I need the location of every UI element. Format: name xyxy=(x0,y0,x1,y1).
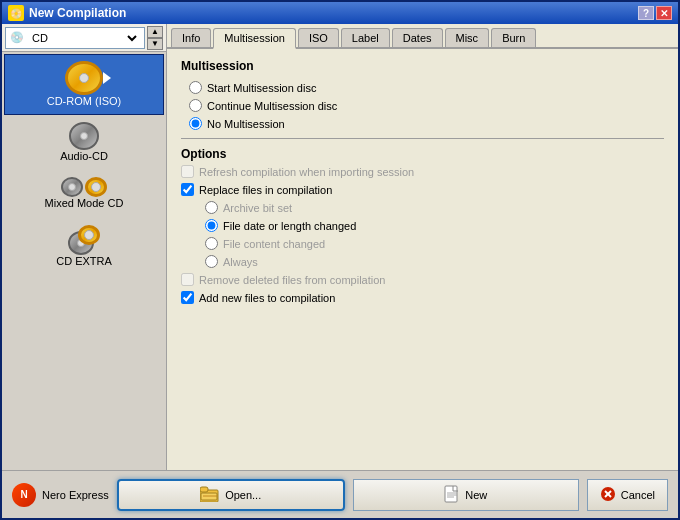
multisession-radio-group: Start Multisession disc Continue Multise… xyxy=(189,81,664,130)
opt-remove-label: Remove deleted files from compilation xyxy=(199,274,385,286)
new-button[interactable]: New xyxy=(353,479,579,511)
radio-start-input[interactable] xyxy=(189,81,202,94)
audio-cd-icon xyxy=(69,122,99,150)
radio-no-input[interactable] xyxy=(189,117,202,130)
opt-filedate[interactable]: File date or length changed xyxy=(205,219,664,232)
tab-dates-label: Dates xyxy=(403,32,432,44)
radio-no-label: No Multisession xyxy=(207,118,285,130)
tab-bar: Info Multisession ISO Label Dates Misc xyxy=(167,24,678,49)
tab-burn[interactable]: Burn xyxy=(491,28,536,47)
cancel-button[interactable]: Cancel xyxy=(587,479,668,511)
svg-rect-4 xyxy=(445,486,457,502)
open-button[interactable]: Open... xyxy=(117,479,345,511)
sidebar-header: 💿 CD DVD Blu-ray ▲ ▼ xyxy=(2,24,166,52)
selection-arrow xyxy=(103,72,111,84)
disc-type-list: CD-ROM (ISO) Audio-CD Mixed Mode CD xyxy=(2,52,166,277)
tab-iso-label: ISO xyxy=(309,32,328,44)
scroll-up-arrow[interactable]: ▲ xyxy=(147,26,163,38)
tab-label[interactable]: Label xyxy=(341,28,390,47)
tab-dates[interactable]: Dates xyxy=(392,28,443,47)
scroll-down-arrow[interactable]: ▼ xyxy=(147,38,163,50)
opt-addnew-label: Add new files to compilation xyxy=(199,292,335,304)
svg-rect-1 xyxy=(200,487,208,492)
sidebar-scroll-arrows: ▲ ▼ xyxy=(147,26,163,50)
radio-start-multisession[interactable]: Start Multisession disc xyxy=(189,81,664,94)
tab-misc-label: Misc xyxy=(456,32,479,44)
opt-replace[interactable]: Replace files in compilation xyxy=(181,183,664,196)
nero-express-section: N Nero Express xyxy=(12,483,109,507)
cd-extra-label: CD EXTRA xyxy=(56,255,112,268)
section-divider xyxy=(181,138,664,139)
radio-start-label: Start Multisession disc xyxy=(207,82,316,94)
opt-remove[interactable]: Remove deleted files from compilation xyxy=(181,273,664,286)
sidebar-item-cdrom-iso[interactable]: CD-ROM (ISO) xyxy=(4,54,164,115)
nero-express-icon: N xyxy=(12,483,36,507)
opt-always-radio[interactable] xyxy=(205,255,218,268)
open-button-label: Open... xyxy=(225,489,261,501)
opt-filedate-label: File date or length changed xyxy=(223,220,356,232)
multisession-tab-content: Multisession Start Multisession disc Con… xyxy=(167,49,678,470)
content-area: 💿 CD DVD Blu-ray ▲ ▼ xyxy=(2,24,678,470)
opt-always-label: Always xyxy=(223,256,258,268)
cancel-icon xyxy=(600,486,616,504)
opt-archive-radio[interactable] xyxy=(205,201,218,214)
sidebar-item-audio-cd[interactable]: Audio-CD xyxy=(4,115,164,170)
opt-replace-label: Replace files in compilation xyxy=(199,184,332,196)
sidebar: 💿 CD DVD Blu-ray ▲ ▼ xyxy=(2,24,167,470)
sub-options-group: Archive bit set File date or length chan… xyxy=(205,201,664,268)
opt-refresh-label: Refresh compilation when importing sessi… xyxy=(199,166,414,178)
tab-label-label: Label xyxy=(352,32,379,44)
bottom-bar: N Nero Express Open... xyxy=(2,470,678,518)
multisession-section-title: Multisession xyxy=(181,59,664,73)
radio-no-multisession[interactable]: No Multisession xyxy=(189,117,664,130)
tab-info-label: Info xyxy=(182,32,200,44)
disc-type-select[interactable]: CD DVD Blu-ray xyxy=(28,31,140,45)
selected-wrapper xyxy=(65,61,103,95)
window-title: New Compilation xyxy=(29,6,126,20)
title-bar: 📀 New Compilation ? ✕ xyxy=(2,2,678,24)
tab-misc[interactable]: Misc xyxy=(445,28,490,47)
disc-type-dropdown[interactable]: 💿 CD DVD Blu-ray xyxy=(5,27,145,49)
opt-filecontent-label: File content changed xyxy=(223,238,325,250)
tab-iso[interactable]: ISO xyxy=(298,28,339,47)
opt-addnew[interactable]: Add new files to compilation xyxy=(181,291,664,304)
cd-icon-small: 💿 xyxy=(10,31,24,44)
cdrom-icon xyxy=(65,61,103,95)
radio-continue-input[interactable] xyxy=(189,99,202,112)
tab-multisession[interactable]: Multisession xyxy=(213,28,296,49)
audio-cd-label: Audio-CD xyxy=(60,150,108,163)
options-section: Options Refresh compilation when importi… xyxy=(181,147,664,304)
sidebar-item-mixed-mode-cd[interactable]: Mixed Mode CD xyxy=(4,170,164,217)
radio-continue-multisession[interactable]: Continue Multisession disc xyxy=(189,99,664,112)
opt-always[interactable]: Always xyxy=(205,255,664,268)
opt-archive[interactable]: Archive bit set xyxy=(205,201,664,214)
cancel-button-label: Cancel xyxy=(621,489,655,501)
title-bar-left: 📀 New Compilation xyxy=(8,5,126,21)
mixed-mode-cd-label: Mixed Mode CD xyxy=(45,197,124,210)
tab-info[interactable]: Info xyxy=(171,28,211,47)
window-icon: 📀 xyxy=(8,5,24,21)
open-folder-icon xyxy=(200,486,220,504)
opt-remove-checkbox[interactable] xyxy=(181,273,194,286)
new-doc-icon xyxy=(444,485,460,505)
tab-burn-label: Burn xyxy=(502,32,525,44)
cd-extra-icon xyxy=(68,225,100,255)
opt-replace-checkbox[interactable] xyxy=(181,183,194,196)
opt-refresh[interactable]: Refresh compilation when importing sessi… xyxy=(181,165,664,178)
help-button[interactable]: ? xyxy=(638,6,654,20)
opt-addnew-checkbox[interactable] xyxy=(181,291,194,304)
opt-refresh-checkbox[interactable] xyxy=(181,165,194,178)
sidebar-scroll[interactable]: CD-ROM (ISO) Audio-CD Mixed Mode CD xyxy=(2,52,166,470)
opt-archive-label: Archive bit set xyxy=(223,202,292,214)
new-button-label: New xyxy=(465,489,487,501)
opt-filedate-radio[interactable] xyxy=(205,219,218,232)
opt-filecontent[interactable]: File content changed xyxy=(205,237,664,250)
tab-multisession-label: Multisession xyxy=(224,32,285,44)
cdrom-iso-label: CD-ROM (ISO) xyxy=(47,95,122,108)
opt-filecontent-radio[interactable] xyxy=(205,237,218,250)
mixed-mode-icon xyxy=(61,177,107,197)
new-compilation-window: 📀 New Compilation ? ✕ 💿 CD DVD Blu-ray xyxy=(0,0,680,520)
close-button[interactable]: ✕ xyxy=(656,6,672,20)
sidebar-item-cd-extra[interactable]: CD EXTRA xyxy=(4,218,164,275)
right-panel: Info Multisession ISO Label Dates Misc xyxy=(167,24,678,470)
